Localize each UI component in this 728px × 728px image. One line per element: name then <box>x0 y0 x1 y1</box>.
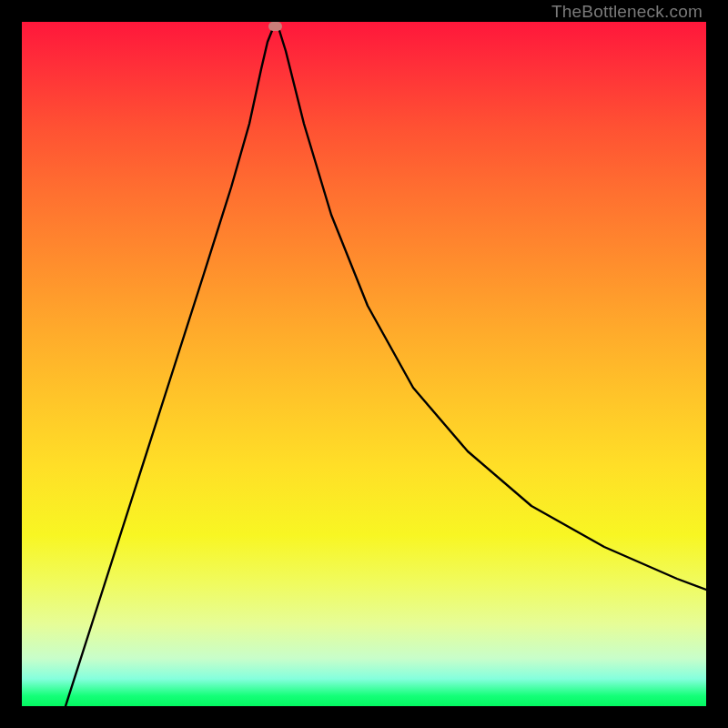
optimal-point-marker <box>268 22 282 31</box>
bottleneck-curve <box>22 22 706 706</box>
attribution-label: TheBottleneck.com <box>551 2 703 22</box>
